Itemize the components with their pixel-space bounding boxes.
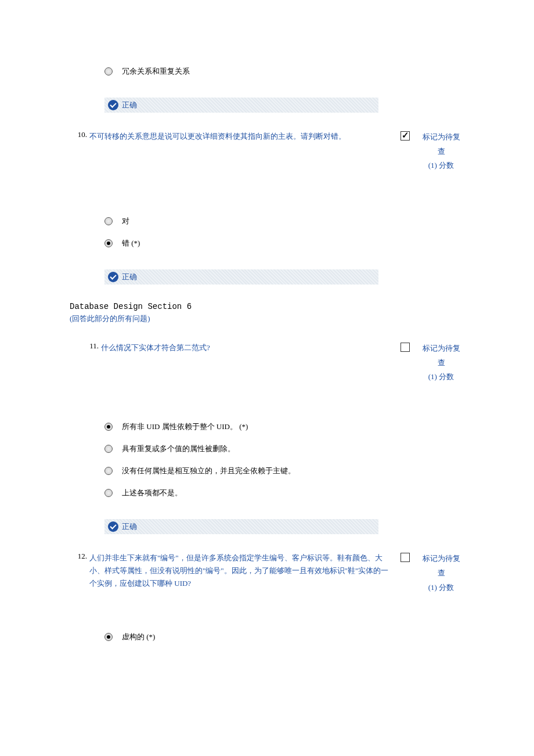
- question-number: 12.: [70, 552, 87, 561]
- correct-feedback: 正确: [104, 98, 378, 113]
- mark-review-line3: (1) 分数: [418, 581, 464, 595]
- option-text: 冗余关系和重复关系: [122, 63, 190, 80]
- radio-icon[interactable]: [104, 423, 113, 431]
- correct-feedback: 正确: [104, 269, 378, 285]
- option-text: 对: [122, 213, 129, 230]
- correct-label: 正确: [122, 521, 137, 532]
- option-text: 没有任何属性是相互独立的，并且完全依赖于主键。: [122, 462, 295, 480]
- mark-review-checkbox[interactable]: [400, 343, 410, 352]
- mark-review-label: 标记为待复 查 (1) 分数: [418, 130, 464, 173]
- correct-feedback: 正确: [104, 519, 378, 534]
- question-12: 12. 人们并非生下来就有"编号"，但是许多系统会指定学生编号、客户标识等。鞋有…: [70, 552, 464, 595]
- mark-review-checkbox[interactable]: [400, 553, 410, 562]
- mark-review-label: 标记为待复 查 (1) 分数: [418, 552, 464, 595]
- radio-icon[interactable]: [104, 489, 113, 497]
- mark-review-line1: 标记为待复: [418, 341, 464, 356]
- mark-review-line1: 标记为待复: [418, 130, 464, 145]
- option-row[interactable]: 所有非 UID 属性依赖于整个 UID。 (*): [104, 418, 464, 435]
- correct-label: 正确: [122, 100, 137, 110]
- mark-review-label: 标记为待复 查 (1) 分数: [418, 341, 464, 384]
- option-row[interactable]: 上述各项都不是。: [104, 484, 464, 502]
- option-row[interactable]: 虚构的 (*): [104, 628, 464, 646]
- radio-icon[interactable]: [104, 467, 113, 475]
- option-text: 具有重复或多个值的属性被删除。: [122, 440, 235, 458]
- section-title: Database Design Section 6: [70, 302, 464, 311]
- quiz-page: 冗余关系和重复关系 正确 10. 不可转移的关系意思是说可以更改详细资料使其指向…: [0, 0, 534, 685]
- option-row[interactable]: 没有任何属性是相互独立的，并且完全依赖于主键。: [104, 462, 464, 480]
- radio-icon[interactable]: [104, 239, 113, 247]
- radio-icon[interactable]: [104, 633, 113, 641]
- question-number: 11.: [81, 341, 99, 351]
- option-text: 上述各项都不是。: [122, 484, 182, 502]
- mark-review-line3: (1) 分数: [418, 159, 464, 173]
- option-row[interactable]: 具有重复或多个值的属性被删除。: [104, 440, 464, 458]
- option-row[interactable]: 冗余关系和重复关系: [104, 63, 464, 80]
- question-text: 人们并非生下来就有"编号"，但是许多系统会指定学生编号、客户标识等。鞋有颜色、大…: [89, 552, 396, 590]
- mark-review-checkbox[interactable]: [400, 131, 410, 141]
- mark-review-block: 标记为待复 查 (1) 分数: [400, 341, 464, 384]
- mark-review-block: 标记为待复 查 (1) 分数: [400, 552, 464, 595]
- question-11: 11. 什么情况下实体才符合第二范式? 标记为待复 查 (1) 分数: [81, 341, 464, 384]
- radio-icon[interactable]: [104, 217, 113, 225]
- radio-icon[interactable]: [104, 67, 113, 75]
- option-text: 错 (*): [122, 235, 140, 252]
- option-row[interactable]: 对: [104, 213, 464, 230]
- radio-icon[interactable]: [104, 445, 113, 453]
- mark-review-line2: 查: [418, 356, 464, 370]
- mark-review-line2: 查: [418, 145, 464, 159]
- check-icon: [108, 521, 118, 532]
- option-text: 虚构的 (*): [122, 628, 155, 646]
- question-10: 10. 不可转移的关系意思是说可以更改详细资料使其指向新的主表。请判断对错。 标…: [70, 130, 464, 173]
- mark-review-line2: 查: [418, 566, 464, 581]
- mark-review-block: 标记为待复 查 (1) 分数: [400, 130, 464, 173]
- correct-label: 正确: [122, 272, 137, 282]
- option-row[interactable]: 错 (*): [104, 235, 464, 252]
- question-text: 不可转移的关系意思是说可以更改详细资料使其指向新的主表。请判断对错。: [89, 130, 396, 143]
- check-icon: [108, 272, 118, 282]
- option-text: 所有非 UID 属性依赖于整个 UID。 (*): [122, 418, 248, 435]
- mark-review-line1: 标记为待复: [418, 552, 464, 566]
- mark-review-line3: (1) 分数: [418, 370, 464, 384]
- question-number: 10.: [70, 130, 87, 139]
- question-text: 什么情况下实体才符合第二范式?: [101, 341, 396, 354]
- check-icon: [108, 100, 118, 110]
- section-subtitle: (回答此部分的所有问题): [70, 314, 464, 324]
